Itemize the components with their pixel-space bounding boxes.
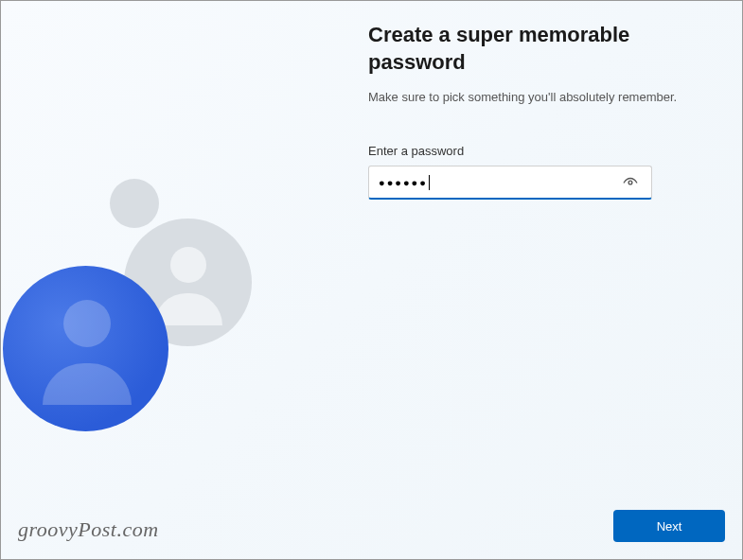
password-input[interactable]: ●●●●●● [379,175,619,190]
main-content: Create a super memorable password Make s… [368,22,690,200]
person-icon-blue [3,266,168,431]
next-button[interactable]: Next [613,510,725,542]
account-illustration [1,152,266,436]
svg-point-0 [628,181,632,184]
password-label: Enter a password [368,144,690,158]
reveal-password-icon[interactable] [619,171,642,194]
password-input-container[interactable]: ●●●●●● [368,166,652,200]
text-cursor [429,175,430,190]
watermark: groovyPost.com [18,517,159,542]
page-subtitle: Make sure to pick something you'll absol… [368,89,690,106]
page-title: Create a super memorable password [368,22,690,76]
decorative-circle-small [110,179,159,228]
